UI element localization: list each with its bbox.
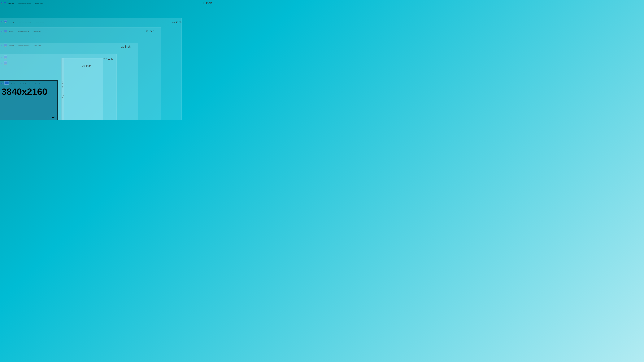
font-labels-main: Arial 12pt Times New Roman 12pt Segoe UI… bbox=[11, 83, 42, 84]
svg-rect-39 bbox=[4, 81, 8, 84]
label-38inch: 38 inch bbox=[145, 29, 154, 33]
label-42inch: 42 inch bbox=[172, 20, 182, 24]
monitor-row-1: Arial 13.07pt Times New Roman 13.07pt Se… bbox=[1, 2, 43, 5]
svg-rect-0 bbox=[1, 2, 2, 3]
svg-rect-40 bbox=[6, 84, 7, 85]
svg-rect-4 bbox=[5, 3, 6, 3]
svg-rect-5 bbox=[4, 3, 6, 4]
svg-rect-3 bbox=[4, 2, 6, 3]
screen-box-24 bbox=[62, 58, 104, 120]
svg-rect-37 bbox=[2, 84, 2, 84]
font-label-arial: Arial 12pt bbox=[11, 83, 16, 84]
monitor-small-icon-1b bbox=[4, 2, 7, 5]
font-label-times: Times New Roman 12pt bbox=[20, 83, 31, 84]
label-24inch: 24 inch bbox=[82, 64, 92, 68]
main-monitor-box: Arial 12pt Times New Roman 12pt Segoe UI… bbox=[0, 80, 58, 120]
visual-field-label: Визуальное поле / Visual Field bbox=[62, 81, 64, 98]
visual-field-bar: Визуальное поле / Visual Field bbox=[61, 58, 64, 120]
label-50inch: 50 inch bbox=[202, 1, 212, 5]
svg-rect-36 bbox=[1, 83, 2, 84]
monitor-icon-main-large bbox=[4, 81, 10, 86]
monitor-top-bar: Arial 12pt Times New Roman 12pt Segoe UI… bbox=[0, 81, 57, 87]
font-sample-row1: Arial 13.07pt Times New Roman 13.07pt Se… bbox=[8, 3, 43, 4]
svg-rect-1 bbox=[1, 3, 2, 3]
label-27inch: 27 inch bbox=[104, 57, 113, 61]
svg-rect-41 bbox=[5, 85, 8, 85]
monitor-icon-main-small bbox=[1, 82, 3, 85]
a4-label: A4 bbox=[52, 116, 56, 119]
resolution-display: 3840x2160 bbox=[0, 87, 57, 96]
label-32inch: 32 inch bbox=[121, 45, 131, 48]
monitor-small-icon-1a bbox=[1, 2, 3, 4]
font-label-segoe: Segoe UI 12pt bbox=[35, 83, 42, 84]
